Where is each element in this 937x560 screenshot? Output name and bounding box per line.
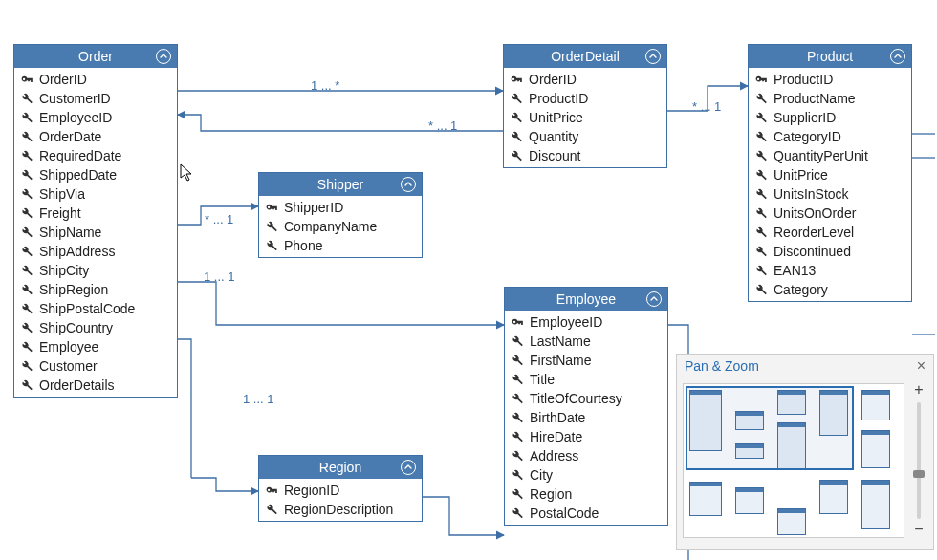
entity-header[interactable]: Product (749, 45, 911, 68)
field-row[interactable]: ShipCity (14, 261, 177, 280)
field-row[interactable]: RegionDescription (259, 500, 422, 519)
field-row[interactable]: UnitsInStock (749, 184, 911, 204)
field-row[interactable]: Title (505, 370, 667, 389)
field-row[interactable]: CustomerID (14, 89, 177, 108)
minimap[interactable] (683, 383, 904, 538)
field-row[interactable]: BirthDate (505, 408, 667, 427)
field-row[interactable]: UnitsOnOrder (749, 204, 911, 223)
field-row[interactable]: EmployeeID (505, 312, 667, 332)
field-row[interactable]: ShippedDate (14, 165, 177, 184)
collapse-icon[interactable] (646, 291, 662, 307)
field-row[interactable]: Region (505, 485, 667, 504)
wrench-icon (510, 130, 523, 143)
entity-header[interactable]: Employee (505, 288, 667, 311)
wrench-icon (511, 449, 524, 463)
field-row[interactable]: LastName (505, 332, 667, 351)
field-row[interactable]: RequiredDate (14, 146, 177, 165)
key-icon (510, 73, 523, 86)
field-name: Address (530, 448, 578, 463)
field-row[interactable]: CompanyName (259, 217, 422, 236)
field-row[interactable]: Employee (14, 337, 177, 356)
field-row[interactable]: RegionID (259, 481, 422, 500)
field-row[interactable]: PostalCode (505, 504, 667, 523)
relationship-label: 1 ... 1 (204, 269, 235, 284)
field-row[interactable]: OrderID (14, 70, 177, 89)
entity-shipper[interactable]: ShipperShipperIDCompanyNamePhone (258, 172, 423, 258)
collapse-icon[interactable] (645, 49, 661, 64)
relationship-label: 1 ... * (311, 78, 339, 93)
wrench-icon (20, 92, 33, 105)
field-row[interactable]: ProductID (504, 89, 666, 108)
pan-zoom-header[interactable]: Pan & Zoom × (677, 355, 933, 377)
field-row[interactable]: ShipRegion (14, 280, 177, 299)
wrench-icon (20, 321, 33, 334)
diagram-canvas[interactable]: OrderOrderIDCustomerIDEmployeeIDOrderDat… (0, 0, 937, 560)
field-row[interactable]: ReorderLevel (749, 223, 911, 242)
field-row[interactable]: OrderDate (14, 127, 177, 146)
field-row[interactable]: Address (505, 446, 667, 465)
entity-header[interactable]: OrderDetail (504, 45, 666, 68)
collapse-icon[interactable] (156, 49, 171, 64)
entity-header[interactable]: Region (259, 456, 422, 479)
field-row[interactable]: UnitPrice (504, 108, 666, 127)
field-row[interactable]: OrderDetails (14, 376, 177, 395)
pan-zoom-panel[interactable]: Pan & Zoom × + (676, 354, 934, 550)
zoom-thumb[interactable] (913, 470, 925, 478)
field-row[interactable]: City (505, 465, 667, 485)
field-row[interactable]: ShipPostalCode (14, 299, 177, 318)
field-row[interactable]: Customer (14, 356, 177, 376)
field-name: CustomerID (39, 91, 111, 106)
zoom-out-button[interactable]: − (911, 523, 926, 538)
field-name: Quantity (529, 129, 578, 144)
field-row[interactable]: Freight (14, 204, 177, 223)
field-row[interactable]: SupplierID (749, 108, 911, 127)
entity-employee[interactable]: EmployeeEmployeeIDLastNameFirstNameTitle… (504, 287, 668, 526)
field-row[interactable]: ShipAddress (14, 242, 177, 261)
field-row[interactable]: ShipperID (259, 198, 422, 217)
field-name: CompanyName (284, 219, 377, 234)
field-name: OrderID (39, 72, 87, 87)
field-row[interactable]: Phone (259, 236, 422, 255)
field-row[interactable]: UnitPrice (749, 165, 911, 184)
field-row[interactable]: ShipName (14, 223, 177, 242)
entity-header[interactable]: Shipper (259, 173, 422, 196)
entity-title: Region (265, 460, 416, 475)
field-name: ShipAddress (39, 244, 115, 259)
field-row[interactable]: QuantityPerUnit (749, 146, 911, 165)
field-name: BirthDate (530, 410, 585, 425)
entity-header[interactable]: Order (14, 45, 177, 68)
field-row[interactable]: Discontinued (749, 242, 911, 261)
wrench-icon (20, 283, 33, 296)
zoom-in-button[interactable]: + (911, 383, 926, 398)
entity-product[interactable]: ProductProductIDProductNameSupplierIDCat… (748, 44, 912, 302)
field-row[interactable]: EAN13 (749, 261, 911, 280)
zoom-slider[interactable]: + − (910, 383, 927, 538)
field-row[interactable]: EmployeeID (14, 108, 177, 127)
zoom-track[interactable] (917, 402, 921, 519)
field-row[interactable]: TitleOfCourtesy (505, 389, 667, 408)
field-row[interactable]: Quantity (504, 127, 666, 146)
entity-title: Product (754, 49, 905, 64)
wrench-icon (754, 226, 768, 239)
field-row[interactable]: OrderID (504, 70, 666, 89)
field-row[interactable]: HireDate (505, 427, 667, 446)
field-row[interactable]: ShipVia (14, 184, 177, 204)
field-row[interactable]: ProductID (749, 70, 911, 89)
collapse-icon[interactable] (401, 460, 416, 475)
close-icon[interactable]: × (917, 358, 926, 374)
entity-region[interactable]: RegionRegionIDRegionDescription (258, 455, 423, 522)
wrench-icon (754, 187, 768, 201)
collapse-icon[interactable] (401, 177, 416, 192)
field-row[interactable]: CategoryID (749, 127, 911, 146)
field-row[interactable]: FirstName (505, 351, 667, 370)
collapse-icon[interactable] (890, 49, 905, 64)
entity-order[interactable]: OrderOrderIDCustomerIDEmployeeIDOrderDat… (13, 44, 178, 398)
field-name: ShipRegion (39, 282, 108, 297)
field-row[interactable]: ShipCountry (14, 318, 177, 337)
field-row[interactable]: Category (749, 280, 911, 299)
field-row[interactable]: Discount (504, 146, 666, 165)
field-row[interactable]: ProductName (749, 89, 911, 108)
field-name: OrderID (529, 72, 577, 87)
entity-orderdetail[interactable]: OrderDetailOrderIDProductIDUnitPriceQuan… (503, 44, 667, 168)
minimap-viewport[interactable] (686, 386, 854, 470)
